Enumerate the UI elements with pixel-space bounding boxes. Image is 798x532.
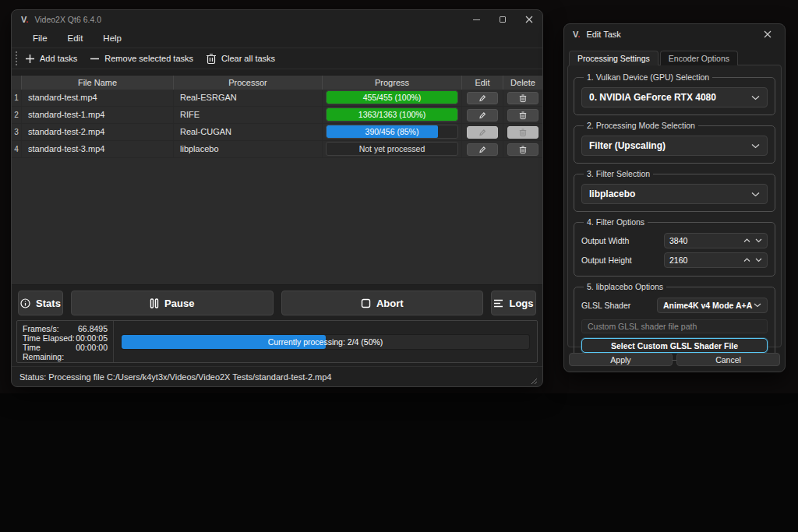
add-tasks-button[interactable]: Add tasks [25, 54, 77, 64]
edit-task-button[interactable] [467, 109, 498, 122]
progress-bar: 390/456 (85%) [326, 125, 458, 139]
apply-button[interactable]: Apply [569, 353, 673, 366]
processing-mode-value: Filter (Upscaling) [589, 140, 666, 151]
processing-mode-group: 2. Processing Mode Selection Filter (Ups… [574, 121, 775, 164]
trash-icon [519, 146, 527, 154]
chevron-down-icon[interactable] [755, 238, 762, 243]
overall-progress-label: Currently processing: 2/4 (50%) [122, 335, 529, 349]
chevron-down-icon[interactable] [755, 258, 762, 262]
header-processor[interactable]: Processor [174, 76, 323, 90]
menu-file[interactable]: File [23, 33, 58, 43]
file-name-cell: standard-test-1.mp4 [22, 107, 174, 123]
remove-tasks-label: Remove selected tasks [104, 54, 193, 63]
chevron-down-icon [751, 192, 760, 197]
menu-help[interactable]: Help [93, 33, 132, 43]
frames-per-second-label: Frames/s: [23, 324, 59, 333]
glsl-shader-select[interactable]: Anime4K v4 Mode A+A [657, 298, 768, 313]
processing-settings-pane: 1. Vulkan Device (GPU) Selection 0. NVID… [567, 65, 782, 347]
row-number: 4 [12, 141, 22, 157]
action-button-row: Stats Pause Abort Logs [18, 291, 536, 315]
dialog-close-button[interactable] [759, 30, 776, 38]
pause-icon [150, 298, 159, 308]
output-width-input[interactable] [669, 236, 743, 245]
progress-cell: 1363/1363 (100%) [323, 107, 462, 123]
filter-select[interactable]: libplacebo [581, 184, 768, 204]
pause-button[interactable]: Pause [71, 291, 274, 315]
clear-all-tasks-button[interactable]: Clear all tasks [206, 53, 275, 65]
close-icon [764, 30, 772, 38]
table-row[interactable]: 3 standard-test-2.mp4 Real-CUGAN 390/456… [12, 124, 542, 141]
pencil-icon [478, 146, 486, 153]
delete-task-button[interactable] [507, 143, 538, 156]
file-name-cell: standard-test.mp4 [22, 90, 174, 106]
progress-cell: 455/455 (100%) [323, 90, 462, 106]
processor-cell: Real-CUGAN [174, 124, 323, 140]
vulkan-device-group: 1. Vulkan Device (GPU) Selection 0. NVID… [574, 72, 775, 115]
close-button[interactable] [516, 10, 542, 29]
toolbar: Add tasks Remove selected tasks Clear al… [12, 48, 542, 69]
table-row[interactable]: 4 standard-test-3.mp4 libplacebo Not yet… [12, 141, 542, 158]
abort-button[interactable]: Abort [281, 291, 484, 315]
menu-bar: File Edit Help [12, 29, 542, 48]
libplacebo-options-group: 5. libplacebo Options GLSL Shader Anime4… [574, 282, 775, 361]
pencil-icon [478, 94, 486, 102]
time-remaining-value: 00:00:00 [76, 343, 108, 361]
edit-task-dialog: V. Edit Task Processing Settings Encoder… [563, 23, 786, 372]
processing-mode-legend: 2. Processing Mode Selection [584, 121, 698, 130]
delete-task-button[interactable] [507, 92, 538, 104]
gpu-select[interactable]: 0. NVIDIA GeForce RTX 4080 [581, 87, 768, 107]
trash-icon [206, 53, 217, 65]
header-row-number [12, 76, 22, 90]
plus-icon [25, 54, 35, 64]
output-width-spinbox[interactable] [664, 233, 768, 248]
filter-options-legend: 4. Filter Options [584, 217, 648, 227]
glsl-shader-value: Anime4K v4 Mode A+A [663, 301, 752, 310]
tab-processing-settings[interactable]: Processing Settings [569, 51, 659, 65]
edit-task-button[interactable] [467, 92, 498, 104]
status-bar: Status: Processing file C:/Users/k4yt3x/… [12, 366, 542, 386]
frames-per-second-value: 66.8495 [78, 324, 108, 333]
toolbar-drag-handle[interactable] [16, 51, 19, 65]
header-progress[interactable]: Progress [323, 76, 462, 90]
filter-selection-group: 3. Filter Selection libplacebo [574, 169, 775, 212]
stats-button[interactable]: Stats [18, 291, 63, 315]
table-row[interactable]: 2 standard-test-1.mp4 RIFE 1363/1363 (10… [12, 107, 542, 124]
menu-edit[interactable]: Edit [58, 33, 94, 43]
row-number: 2 [12, 107, 22, 123]
abort-label: Abort [376, 298, 404, 309]
progress-cell: 390/456 (85%) [323, 124, 462, 140]
remove-selected-tasks-button[interactable]: Remove selected tasks [90, 54, 193, 64]
trash-icon [519, 129, 527, 137]
filter-select-value: libplacebo [589, 188, 635, 199]
output-height-input[interactable] [669, 255, 743, 265]
close-icon [525, 16, 533, 23]
output-height-spinbox[interactable] [664, 252, 768, 268]
header-edit[interactable]: Edit [462, 76, 503, 90]
time-elapsed-label: Time Elapsed: [23, 333, 75, 343]
chevron-up-icon[interactable] [743, 258, 750, 262]
header-file-name[interactable]: File Name [22, 76, 174, 90]
tab-encoder-options[interactable]: Encoder Options [660, 51, 738, 65]
edit-task-button[interactable] [467, 143, 498, 156]
logs-icon [493, 299, 503, 308]
resize-grip[interactable] [531, 378, 538, 385]
output-height-label: Output Height [581, 255, 632, 265]
row-number: 3 [12, 124, 22, 140]
delete-task-button[interactable] [507, 109, 538, 122]
progress-label: 390/456 (85%) [327, 125, 457, 138]
overall-progress-bar: Currently processing: 2/4 (50%) [121, 334, 530, 350]
logs-button[interactable]: Logs [491, 291, 536, 315]
custom-shader-path-input[interactable] [581, 319, 768, 333]
file-name-cell: standard-test-2.mp4 [22, 124, 174, 140]
select-custom-shader-button[interactable]: Select Custom GLSL Shader File [581, 338, 768, 353]
minimize-button[interactable] [463, 10, 489, 29]
processor-cell: Real-ESRGAN [174, 90, 323, 106]
vulkan-device-legend: 1. Vulkan Device (GPU) Selection [584, 72, 712, 82]
chevron-up-icon[interactable] [743, 238, 750, 243]
table-row[interactable]: 1 standard-test.mp4 Real-ESRGAN 455/455 … [12, 90, 542, 107]
maximize-button[interactable] [489, 10, 516, 29]
cancel-button[interactable]: Cancel [676, 353, 780, 366]
processing-mode-select[interactable]: Filter (Upscaling) [581, 136, 768, 156]
libplacebo-options-legend: 5. libplacebo Options [584, 282, 666, 291]
header-delete[interactable]: Delete [503, 76, 542, 90]
